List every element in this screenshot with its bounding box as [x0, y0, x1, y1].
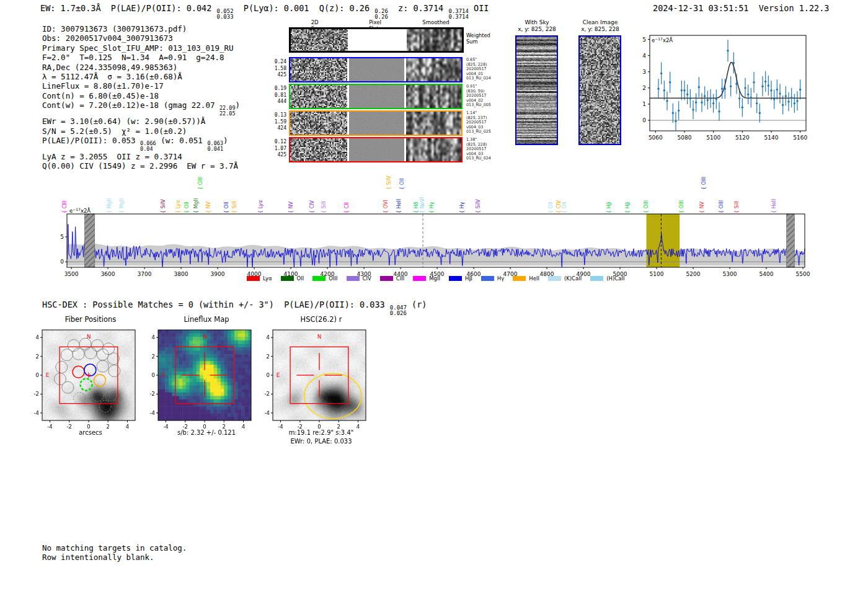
fiber-circle: [92, 340, 104, 352]
cutout-pixel-flat-image: [349, 138, 404, 161]
data-point: [744, 87, 746, 89]
x-tick-label: 5160: [793, 135, 807, 141]
data-point: [704, 95, 706, 97]
lineflux-map-panel: Lineflux Map -4-2024-4-2024NE s/b: 2.32 …: [141, 315, 272, 448]
emission-line-label: { OII: [224, 202, 229, 213]
legend-item: HeII: [513, 275, 539, 282]
legend-label: CIV: [363, 275, 371, 282]
data-point: [768, 84, 769, 86]
legend-item: (H)CaII: [590, 275, 624, 282]
legend-item: Hβ: [449, 275, 472, 282]
fiber-circle-dashed: [99, 401, 111, 412]
legend-swatch: [513, 276, 526, 281]
info-line: P(LAE)/P(OII): 0.053 0.0660.04 (w: 0.051…: [42, 136, 240, 152]
lo-value: 22.05: [219, 111, 236, 117]
hi-lo-stack: 22.0922.05: [219, 105, 236, 117]
cutout-row: [289, 137, 463, 162]
cutout-row: [289, 27, 464, 53]
data-point: [779, 92, 781, 94]
y-tick-label: 5: [60, 234, 64, 240]
flux-units-label: e−17x2Å: [652, 37, 673, 43]
selected-fiber-circle: [84, 364, 96, 376]
legend-item: (K)CaII: [548, 275, 582, 282]
selected-fiber-circle: [73, 366, 84, 378]
summary-line: EW: 1.7±0.3Å P(LAE)/P(OII): 0.042 0.0520…: [40, 3, 489, 20]
legend-item: MgII: [413, 275, 440, 282]
compass-north-label: N: [317, 334, 322, 340]
cutout-pixel-flat-image: [349, 58, 404, 81]
text-segment: OII: [469, 3, 489, 13]
data-point: [764, 81, 766, 82]
data-point: [750, 97, 752, 99]
info-line: EWr = 3.10(±0.64) (w: 2.90(±0.57))Å: [42, 117, 240, 126]
scale-value: 0.81: [260, 92, 286, 99]
y-tick-label: 5: [642, 37, 646, 43]
data-point: [796, 100, 798, 102]
sky-title-text: With Sky: [518, 19, 556, 26]
hsc-r-panel: HSC(26.2) r -4-2024-4-2024NE m:19.1 re:2…: [255, 315, 387, 448]
emission-line-label: { CIV: [556, 200, 562, 213]
text-segment: Obs: 20200517v004_3007913673: [42, 33, 173, 43]
data-point: [759, 112, 761, 114]
data-point: [799, 89, 801, 91]
fiber-positions-overlay: -4-2024-4-2024NE: [25, 315, 156, 448]
panel-xlabel: arcsecs: [25, 429, 156, 436]
scale-value: 425: [260, 72, 286, 79]
data-point: [707, 99, 709, 101]
hsc-match-line: HSC-DEX : Possible Matches = 0 (within +…: [42, 300, 427, 317]
legend-swatch: [413, 276, 426, 281]
cutout-row-scale-values: 0.190.81444: [260, 86, 286, 105]
cutout-row-annotation: 0.91"(830, 59)20200517v004_02013_RU_005: [466, 84, 491, 108]
axes-frame: [158, 330, 251, 420]
emission-line-label: { OIII: [644, 200, 649, 213]
fiber-positions-panel: Fiber Positions -4-2024-4-2024NE arcsecs: [25, 315, 156, 448]
y-tick-label: 0: [152, 372, 155, 378]
lo-value: 0.041: [207, 146, 223, 152]
cutout-smoothed-image: [407, 29, 462, 51]
emission-line-label: { HeII: [396, 199, 402, 213]
line-fit-plot: 506050805100512051405160012345e−17x2Å: [640, 30, 813, 143]
text-segment: EW: 1.7±0.3Å P(LAE)/P(OII): 0.042: [40, 3, 216, 13]
emission-line-label: { MgII: [193, 198, 199, 213]
info-line: S/N = 5.2(±0.5) χ² = 1.0(±0.2): [42, 127, 240, 136]
cutout-row-scale-values: 0.131.59424: [260, 112, 286, 132]
text-segment: (r): [407, 300, 427, 309]
text-segment: ): [236, 100, 241, 110]
legend-swatch: [449, 276, 462, 281]
fiber-circle-dashed: [92, 389, 104, 401]
text-segment: Cont(n) = 6.80(±0.45)e-18: [42, 91, 159, 100]
x-tick-label: 3900: [211, 271, 225, 277]
data-point: [675, 120, 676, 122]
scale-value: 425: [260, 152, 286, 159]
text-segment: Cont(w) = 7.20(±0.12)e-18 (gmag 22.07: [42, 100, 219, 110]
emission-line-label: { NV: [206, 201, 211, 213]
text-segment: EWr = 3.10(±0.64) (w: 2.90(±0.57))Å: [42, 117, 205, 126]
legend-item: CIV: [347, 275, 371, 282]
fiber-circle: [62, 381, 74, 393]
data-point: [715, 98, 717, 100]
y-tick-label: -2: [265, 391, 270, 397]
scale-value: 424: [260, 125, 286, 132]
cutout-row: [289, 57, 463, 82]
x-tick-label: 5200: [686, 271, 701, 277]
x-tick-label: 5120: [735, 135, 750, 141]
data-point: [678, 110, 680, 112]
legend-label: MgII: [429, 275, 440, 282]
lo-value: 0.04: [140, 146, 156, 152]
note-line: No matching targets in catalog.: [42, 543, 187, 553]
x-tick-label: 5100: [650, 271, 664, 277]
lo-value: 0.026: [390, 311, 407, 316]
scale-value: 1.59: [260, 119, 286, 126]
x-tick-label: 5500: [796, 271, 810, 277]
data-point: [657, 87, 659, 89]
legend-label: Hβ: [465, 275, 472, 282]
legend-swatch: [312, 276, 326, 281]
emission-line-label: { NeVI: [420, 197, 425, 213]
cutout-row-annotation: 1.14"(825, 237)20200517v004_03013_RU_025: [466, 111, 491, 135]
hsc-r-overlay: -4-2024-4-2024NE: [255, 315, 387, 448]
data-point: [721, 87, 723, 89]
lineflux-map-overlay: -4-2024-4-2024NE: [141, 315, 272, 448]
data-point: [686, 94, 688, 96]
info-line: λ = 5112.47Å σ = 3.16(±0.68)Å: [42, 72, 240, 81]
legend-swatch: [281, 276, 294, 281]
